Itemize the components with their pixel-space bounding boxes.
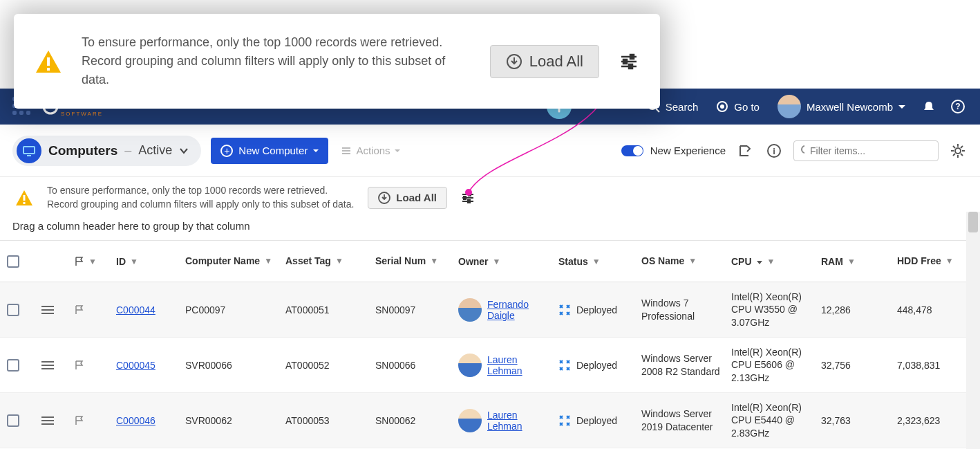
owner-col-header[interactable]: Owner▼ xyxy=(458,256,558,267)
filter-icon[interactable]: ▼ xyxy=(688,256,697,266)
filter-icon[interactable]: ▼ xyxy=(493,257,501,266)
row-serial: SN00066 xyxy=(375,360,458,371)
svg-rect-8 xyxy=(629,64,632,68)
scrollbar-thumb[interactable] xyxy=(968,212,978,232)
row-menu-icon[interactable] xyxy=(41,306,75,314)
actions-label: Actions xyxy=(356,145,390,156)
ram-col-header[interactable]: RAM▼ xyxy=(821,256,897,267)
row-tag: AT000053 xyxy=(285,415,375,426)
performance-popup: To ensure performance, only the top 1000… xyxy=(14,14,660,109)
filter-items-input[interactable] xyxy=(793,140,939,161)
row-os: Windows Server 2019 Datacenter xyxy=(641,407,731,432)
load-all-button-small[interactable]: Load All xyxy=(368,187,447,209)
flag-icon xyxy=(75,257,84,266)
filter-icon[interactable]: ▼ xyxy=(430,256,438,266)
id-col-header[interactable]: ID▼ xyxy=(116,256,185,267)
plus-icon: + xyxy=(220,145,233,157)
svg-rect-43 xyxy=(469,193,471,196)
table-row[interactable]: C000046 SVR00062 AT000053 SN00062 Lauren… xyxy=(0,393,966,448)
chevron-down-icon xyxy=(395,149,400,155)
table-header: ▼ ID▼ Computer Name▼ Asset Tag▼ Serial N… xyxy=(0,241,966,282)
filter-input-field[interactable] xyxy=(810,145,931,156)
filter-icon[interactable]: ▼ xyxy=(335,256,343,266)
warning-icon xyxy=(35,49,62,74)
filter-icon[interactable]: ▼ xyxy=(945,256,954,266)
row-os: Windows 7 Professional xyxy=(641,297,731,322)
filter-icon[interactable]: ▼ xyxy=(264,256,272,266)
svg-text:?: ? xyxy=(955,102,960,111)
vertical-scrollbar[interactable] xyxy=(966,212,980,449)
user-menu[interactable]: Maxwell Newcomb xyxy=(773,93,910,120)
row-owner[interactable]: FernandoDaigle xyxy=(458,298,558,322)
row-checkbox[interactable] xyxy=(7,414,41,427)
download-icon xyxy=(378,192,390,204)
group-by-bar[interactable]: Drag a column header here to group by th… xyxy=(0,212,966,241)
svg-point-16 xyxy=(720,104,724,109)
tune-icon[interactable] xyxy=(619,51,639,72)
row-checkbox[interactable] xyxy=(7,304,41,316)
target-icon xyxy=(716,100,728,113)
filter-icon[interactable]: ▼ xyxy=(88,257,97,266)
svg-rect-44 xyxy=(464,196,466,199)
popup-line1: To ensure performance, only the top 1000… xyxy=(82,33,471,52)
os-col-header[interactable]: OS Name▼ xyxy=(641,255,731,267)
deployed-icon xyxy=(558,414,571,427)
toolbar: Computers – Active + New Computer Action… xyxy=(0,125,980,177)
row-serial: SN00097 xyxy=(375,304,458,315)
select-all-checkbox[interactable] xyxy=(7,255,41,268)
filter-icon[interactable]: ▼ xyxy=(130,257,138,266)
serial-col-header[interactable]: Serial Num▼ xyxy=(375,255,458,267)
new-computer-button[interactable]: + New Computer xyxy=(211,138,328,164)
flag-col-header[interactable]: ▼ xyxy=(75,257,116,266)
row-hdd: 448,478 xyxy=(897,304,959,315)
row-flag[interactable] xyxy=(75,360,116,370)
deployed-icon xyxy=(558,359,571,372)
svg-point-28 xyxy=(955,148,961,154)
cpu-col-header[interactable]: CPU▼ xyxy=(731,256,821,267)
gear-icon[interactable] xyxy=(948,141,968,161)
svg-line-14 xyxy=(656,109,659,112)
row-checkbox[interactable] xyxy=(7,359,41,372)
row-id[interactable]: C000044 xyxy=(116,304,185,315)
load-all-label: Load All xyxy=(529,53,583,71)
filter-icon[interactable]: ▼ xyxy=(767,257,775,266)
row-cpu: Intel(R) Xeon(R) CPU W3550 @ 3.07GHz xyxy=(731,291,821,329)
tune-icon-small[interactable] xyxy=(461,191,475,205)
row-owner[interactable]: LaurenLehman xyxy=(458,354,558,377)
table-row[interactable]: C000044 PC00097 AT000051 SN00097 Fernand… xyxy=(0,282,966,338)
actions-button[interactable]: Actions xyxy=(338,142,402,159)
load-all-button[interactable]: Load All xyxy=(490,45,599,78)
view-pill[interactable]: Computers – Active xyxy=(12,136,201,166)
svg-line-36 xyxy=(961,146,963,148)
info-icon[interactable]: i xyxy=(764,141,784,161)
row-id[interactable]: C000046 xyxy=(116,415,185,426)
filter-icon[interactable]: ▼ xyxy=(592,257,601,266)
view-title: Computers xyxy=(48,143,117,158)
goto-nav[interactable]: Go to xyxy=(712,99,764,114)
export-icon[interactable] xyxy=(735,141,755,161)
help-icon[interactable]: ? xyxy=(948,97,968,116)
row-owner[interactable]: LaurenLehman xyxy=(458,409,558,432)
row-flag[interactable] xyxy=(75,305,116,315)
row-hdd: 7,038,831 xyxy=(897,360,959,371)
svg-rect-1 xyxy=(47,68,50,71)
row-status: Deployed xyxy=(558,414,641,427)
row-status: Deployed xyxy=(558,304,641,316)
filter-icon[interactable]: ▼ xyxy=(847,257,856,266)
status-col-header[interactable]: Status▼ xyxy=(558,256,641,267)
row-cname: SVR00066 xyxy=(185,360,285,371)
row-tag: AT000052 xyxy=(285,360,375,371)
cname-col-header[interactable]: Computer Name▼ xyxy=(185,255,285,267)
row-menu-icon[interactable] xyxy=(41,416,75,425)
new-experience-toggle[interactable]: New Experience xyxy=(621,145,726,156)
logo-subtext: SOFTWARE xyxy=(61,111,109,117)
row-flag[interactable] xyxy=(75,416,116,425)
user-name: Maxwell Newcomb xyxy=(807,101,893,113)
table-row[interactable]: C000045 SVR00066 AT000052 SN00066 Lauren… xyxy=(0,338,966,393)
row-id[interactable]: C000045 xyxy=(116,360,185,371)
tag-col-header[interactable]: Asset Tag▼ xyxy=(285,255,375,267)
svg-text:i: i xyxy=(773,146,775,156)
hdd-col-header[interactable]: HDD Free▼ xyxy=(897,255,959,267)
row-menu-icon[interactable] xyxy=(41,361,75,369)
notifications-icon[interactable] xyxy=(919,97,939,116)
